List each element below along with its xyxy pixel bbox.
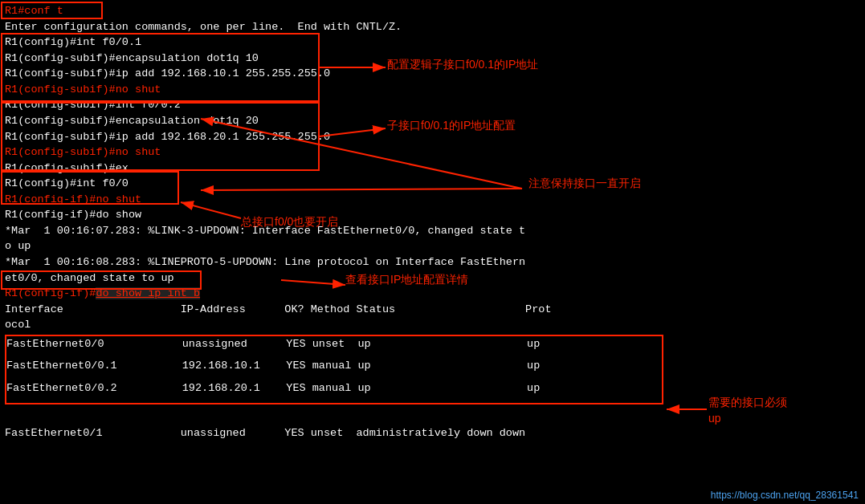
annotation-1: 配置逻辑子接口f0/0.1的IP地址: [387, 58, 538, 72]
line-no-shut-2: R1(config-subif)#no shut: [5, 144, 860, 161]
line-link-up-1: *Mar 1 00:16:07.283: %LINK-3-UPDOWN: Int…: [5, 223, 860, 239]
annotation-6: 需要的接口必须up: [708, 395, 787, 426]
line-int-f00: R1(config)#int f0/0: [5, 176, 860, 192]
line-enter-config: Enter configuration commands, one per li…: [5, 19, 860, 35]
line-int-f001: R1(config)#int f0/0.1: [5, 35, 860, 51]
annotation-5: 查看接口IP地址配置详情: [345, 273, 468, 287]
line-conf-t: R1#conf t: [5, 3, 860, 19]
iface-spacer-2: [6, 374, 662, 380]
line-table-header: Interface IP-Address OK? Method Status P…: [5, 302, 860, 318]
iface-spacer-1: [6, 352, 662, 358]
iface-row-fe00: FastEthernet0/0 unassigned YES unset up …: [6, 336, 662, 352]
annotation-3: 注意保持接口一直开启: [528, 177, 641, 191]
iface-row-fe002: FastEthernet0/0.2 192.168.20.1 YES manua…: [6, 380, 662, 396]
iface-table-box: FastEthernet0/0 unassigned YES unset up …: [5, 335, 663, 404]
line-no-shut-3: R1(config-if)#no shut: [5, 192, 860, 208]
line-do-show: R1(config-if)#do show: [5, 207, 860, 223]
iface-spacer-3: [6, 396, 662, 403]
line-no-shut-1: R1(config-subif)#no shut: [5, 82, 860, 98]
footer-link[interactable]: https://blog.csdn.net/qq_28361541: [711, 490, 859, 501]
line-table-header-2: ocol: [5, 317, 860, 333]
line-do-show-ip: R1(config-if)#do show ip int b: [5, 286, 860, 302]
line-link-up-2: o up: [5, 238, 860, 254]
line-lineproto-1: *Mar 1 00:16:08.283: %LINEPROTO-5-UPDOWN…: [5, 254, 860, 270]
annotation-4: 总接口f0/0也要开启: [241, 215, 338, 230]
iface-row-fe001: FastEthernet0/0.1 192.168.10.1 YES manua…: [6, 358, 662, 374]
iface-row-fe01: FastEthernet0/1 unassigned YES unset adm…: [5, 425, 860, 441]
terminal: R1#conf t Enter configuration commands, …: [0, 0, 865, 504]
line-int-f002: R1(config-subif)#int f0/0.2: [5, 97, 860, 113]
line-ex: R1(config-subif)#ex: [5, 161, 860, 177]
annotation-2: 子接口f0/0.1的IP地址配置: [387, 119, 516, 133]
